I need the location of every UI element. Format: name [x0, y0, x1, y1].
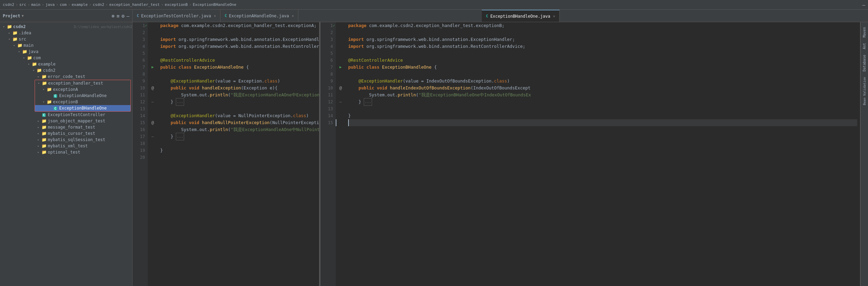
tree-label: mybatis_xml_test — [48, 144, 132, 148]
tab-ExceptionBHandleOne[interactable]: C ExceptionBHandleOne.java ✕ — [482, 10, 560, 22]
line-num: 18 — [134, 140, 145, 147]
tree-item-exception-handler-test[interactable]: ▾ 📁 exception_handler_test — [35, 80, 130, 86]
breadcrumb-example[interactable]: example — [72, 2, 88, 7]
run-gutter-icon[interactable]: ▶ — [336, 64, 345, 71]
tree-item-src[interactable]: ▾ 📁 src — [0, 36, 132, 42]
gutter-line — [148, 22, 157, 29]
fold-icon[interactable]: — — [148, 133, 157, 140]
folder-icon: 📁 — [17, 43, 23, 48]
window-control-minimize[interactable]: — — [862, 2, 865, 8]
line-num: 7 — [322, 64, 333, 71]
tree-item-ExceptionTestController[interactable]: C ExceptionTestController — [0, 112, 132, 118]
tree-item-ExceptionAHandleOne[interactable]: C ExceptionAHandleOne — [35, 93, 130, 99]
fold-icon[interactable]: — — [336, 98, 345, 105]
code-area-left[interactable]: 1✓ 2 3 4 5 6 7 8 9 10 11 12 13 14 — [133, 22, 319, 286]
gutter-line — [148, 147, 157, 154]
breadcrumb-java[interactable]: java — [45, 2, 55, 7]
code-line: } — [348, 112, 857, 119]
tree-item-java[interactable]: ▾ 📁 java — [0, 49, 132, 55]
breadcrumb-ExceptionBHandleOne[interactable]: ExceptionBHandleOne — [193, 2, 236, 7]
code-line — [348, 119, 857, 126]
tree-arrow: ▸ — [36, 119, 41, 123]
sidebar-close-icon[interactable]: — — [127, 13, 129, 19]
tab-close-button[interactable]: ✕ — [214, 14, 216, 18]
tree-item-idea[interactable]: ▸ 📁 .idea — [0, 30, 132, 36]
gutter-line — [148, 92, 157, 98]
tree-arrow: ▸ — [7, 31, 12, 35]
sidebar-collapse-icon[interactable]: ≡ — [117, 13, 119, 19]
code-line: public void handleIndexOutOfBoundsExcept… — [348, 85, 857, 92]
code-area-right[interactable]: 1✓ 2 3 4 5 6 7 8 9 10 11 12 13 14 — [320, 22, 860, 286]
tab-ExceptionAHandleOne[interactable]: C ExceptionAHandleOne.java ✕ — [220, 10, 298, 22]
tree-item-csdn2-root[interactable]: ▾ 📁 csdn2 D:\temp\idea_workplace\csdn2 — [0, 24, 132, 30]
sidebar-target-icon[interactable]: ⊕ — [111, 13, 114, 19]
folder-icon: 📁 — [41, 131, 47, 136]
code-content-right[interactable]: package com.example.csdn2.exception_hand… — [345, 22, 860, 286]
editor-panel-left: 1✓ 2 3 4 5 6 7 8 9 10 11 12 13 14 — [133, 22, 319, 286]
maven-panel-label[interactable]: Maven — [862, 25, 867, 40]
tree-label: message_format_test — [48, 125, 132, 130]
sidebar-title[interactable]: Project — [3, 14, 20, 18]
database-panel-label[interactable]: Database — [862, 53, 867, 73]
tree-item-json-object-mapper-test[interactable]: ▸ 📁 json_object_mapper_test — [0, 118, 132, 124]
line-num: 15 — [134, 119, 145, 126]
breadcrumb-src[interactable]: src — [19, 2, 26, 7]
code-line: public void handleNullPointerException(N… — [160, 119, 316, 126]
tree-item-example[interactable]: ▾ 📁 example — [0, 61, 132, 67]
line-num: 14 — [134, 112, 145, 119]
bean-validation-panel-label[interactable]: Bean Validation — [862, 75, 867, 107]
code-line: import org.springframework.web.bind.anno… — [348, 43, 857, 50]
line-num: 6 — [134, 57, 145, 64]
tree-arrow: ▸ — [36, 150, 41, 154]
tab-close-button[interactable]: ✕ — [553, 14, 555, 18]
code-content-left[interactable]: package com.example.csdn2.exception_hand… — [157, 22, 319, 286]
breadcrumb-exception-handler-test[interactable]: exception_handler_test — [109, 2, 160, 7]
tree-item-main[interactable]: ▾ 📁 main — [0, 42, 132, 49]
line-num: 15 — [322, 119, 333, 126]
code-line — [160, 154, 316, 161]
tree-item-exceptionB[interactable]: ▾ 📁 exceptionB — [35, 99, 130, 105]
gutter-line — [336, 36, 345, 43]
tree-label: optional_test — [48, 150, 132, 155]
tree-label: mybatis_sqlSession_test — [48, 137, 132, 142]
tab-java-icon: C — [225, 14, 227, 18]
folder-icon: 📁 — [31, 62, 37, 67]
tree-item-csdn2[interactable]: ▾ 📁 csdn2 — [0, 67, 132, 73]
breadcrumb-main[interactable]: main — [31, 2, 40, 7]
tree-item-ExceptionBHandleOne[interactable]: C ExceptionBHandleOne — [35, 105, 130, 111]
breadcrumb-exceptionB[interactable]: exceptionB — [165, 2, 188, 7]
tree-item-mybatis-xml-test[interactable]: ▸ 📁 mybatis_xml_test — [0, 143, 132, 149]
folder-icon: 📁 — [36, 68, 42, 73]
tab-close-button[interactable]: ✕ — [292, 14, 294, 18]
code-line: } — [160, 147, 316, 154]
sidebar-dropdown-icon[interactable]: ▼ — [22, 14, 24, 18]
gutter-line — [148, 57, 157, 64]
line-num: 4 — [134, 43, 145, 50]
folder-icon: 📁 — [41, 137, 47, 142]
gutter-line: @ — [336, 85, 345, 92]
gutter-line — [148, 140, 157, 147]
run-gutter-icon[interactable]: ▶ — [148, 64, 157, 71]
fold-icon[interactable]: — — [148, 98, 157, 105]
breadcrumb-csdn2[interactable]: csdn2 — [3, 2, 14, 7]
tree-arrow: ▾ — [21, 56, 26, 60]
tree-arrow: ▾ — [17, 50, 21, 53]
tab-ExceptionTestController[interactable]: C ExceptionTestController.java ✕ — [133, 10, 220, 22]
ant-panel-label[interactable]: Ant — [862, 41, 867, 51]
tree-item-mybatis-sqlsession-test[interactable]: ▸ 📁 mybatis_sqlSession_test — [0, 137, 132, 143]
tree-item-exceptionA[interactable]: ▾ 📁 exceptionA — [35, 86, 130, 93]
code-line: System.out.println("我是ExceptionBHandleOn… — [348, 92, 857, 98]
tree-item-optional-test[interactable]: ▸ 📁 optional_test — [0, 149, 132, 155]
tree-arrow: ▸ — [36, 132, 41, 135]
tree-item-message-format-test[interactable]: ▸ 📁 message_format_test — [0, 124, 132, 130]
sidebar-gear-icon[interactable]: ⚙ — [121, 13, 124, 19]
breadcrumb-com[interactable]: com — [60, 2, 67, 7]
tree-item-com[interactable]: ▾ 📁 com — [0, 55, 132, 61]
gutter-line — [336, 50, 345, 57]
code-line — [160, 140, 316, 147]
code-line: @ExceptionHandler(value = Exception.clas… — [160, 78, 316, 85]
tree-arrow: ▸ — [36, 144, 41, 148]
breadcrumb-csdn2-2[interactable]: csdn2 — [93, 2, 104, 7]
tree-item-error-code-test[interactable]: ▸ 📁 error_code_test — [0, 73, 132, 80]
tree-item-mybatis-cursor-test[interactable]: ▸ 📁 mybatis_cursor_test — [0, 130, 132, 137]
